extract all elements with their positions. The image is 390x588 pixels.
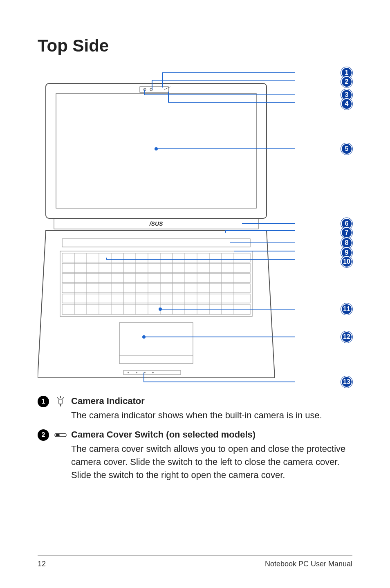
svg-rect-1: [56, 94, 256, 208]
callout-2: 2: [341, 76, 352, 88]
svg-rect-0: [46, 83, 267, 218]
svg-rect-31: [119, 323, 193, 364]
item-number: 1: [38, 396, 49, 407]
description-item-2: 2 Camera Cover Switch (on selected model…: [38, 429, 352, 482]
item-number: 2: [38, 429, 49, 441]
svg-line-42: [57, 397, 58, 399]
svg-text:/SUS: /SUS: [149, 220, 163, 227]
svg-rect-12: [62, 263, 250, 272]
switch-icon: [54, 429, 67, 441]
callout-5: 5: [341, 143, 352, 155]
page-number: 12: [38, 560, 46, 568]
callout-11: 11: [341, 303, 352, 315]
item-body: The camera cover switch allows you to op…: [71, 442, 352, 482]
item-body: The camera indicator shows when the buil…: [71, 409, 352, 422]
svg-point-34: [128, 372, 129, 373]
svg-rect-44: [59, 399, 62, 404]
item-title: Camera Cover Switch (on selected models): [71, 429, 352, 440]
section-title: Top Side: [38, 36, 352, 56]
svg-rect-11: [62, 253, 250, 262]
description-list: 1 Camera Indicator The camera indicator …: [38, 396, 352, 482]
document-title: Notebook PC User Manual: [265, 560, 352, 568]
svg-point-37: [152, 372, 154, 373]
svg-rect-15: [62, 294, 250, 303]
svg-line-43: [63, 397, 64, 399]
page-footer: 12 Notebook PC User Manual: [38, 555, 352, 568]
laptop-svg: /SUS: [38, 67, 352, 386]
callout-10: 10: [341, 256, 352, 267]
svg-point-35: [136, 372, 137, 373]
callout-12: 12: [341, 331, 352, 343]
svg-rect-9: [62, 239, 250, 247]
svg-rect-13: [62, 274, 250, 283]
camera-indicator-icon: [54, 396, 67, 407]
svg-rect-47: [56, 434, 60, 436]
svg-rect-14: [62, 284, 250, 293]
page: Top Side /SUS: [0, 0, 390, 588]
item-title: Camera Indicator: [71, 396, 352, 406]
callout-4: 4: [341, 98, 352, 110]
callout-7: 7: [341, 227, 352, 238]
callout-13: 13: [341, 376, 352, 388]
svg-rect-2: [140, 87, 168, 92]
svg-line-5: [164, 87, 170, 90]
description-item-1: 1 Camera Indicator The camera indicator …: [38, 396, 352, 422]
laptop-diagram: /SUS: [38, 67, 352, 386]
